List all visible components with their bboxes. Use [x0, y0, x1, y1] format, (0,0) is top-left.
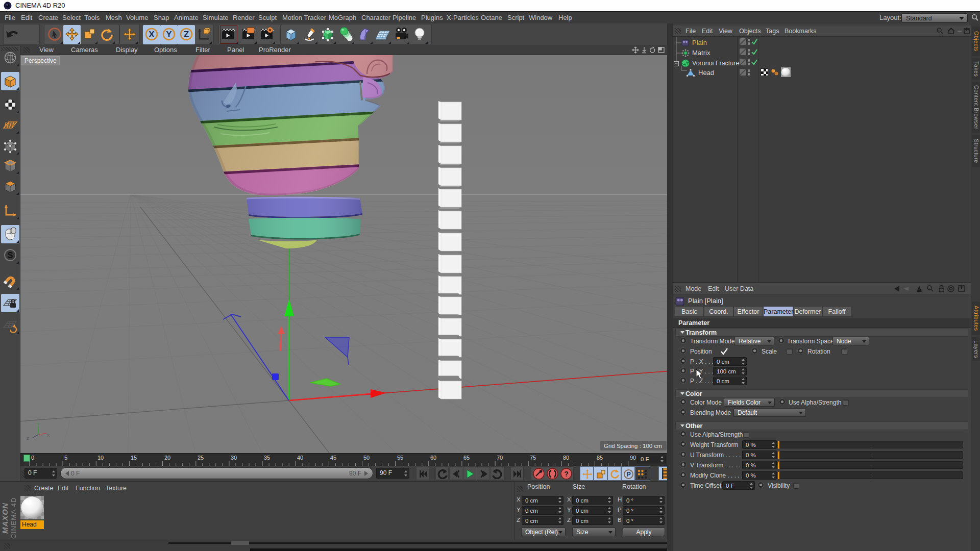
- svg-text:80: 80: [563, 455, 569, 461]
- svg-text:0: 0: [31, 455, 34, 461]
- svg-text:55: 55: [397, 455, 403, 461]
- svg-text:Z: Z: [27, 436, 29, 441]
- svg-text:60: 60: [430, 455, 436, 461]
- svg-text:?: ?: [564, 470, 569, 478]
- svg-text:Y: Y: [166, 30, 172, 39]
- svg-text:50: 50: [363, 455, 370, 461]
- svg-text:X: X: [149, 30, 155, 39]
- svg-text:X: X: [47, 433, 50, 438]
- svg-text:5: 5: [64, 455, 67, 461]
- svg-text:10: 10: [97, 455, 104, 461]
- svg-text:40: 40: [297, 455, 303, 461]
- svg-text:65: 65: [463, 455, 470, 461]
- svg-text:75: 75: [530, 455, 536, 461]
- svg-text:45: 45: [330, 455, 336, 461]
- svg-text:20: 20: [164, 455, 170, 461]
- svg-text:15: 15: [131, 455, 137, 461]
- svg-text:35: 35: [264, 455, 270, 461]
- svg-text:Grid Spacing : 100 cm: Grid Spacing : 100 cm: [604, 443, 662, 449]
- svg-text:Y: Y: [37, 422, 40, 427]
- svg-text:90: 90: [630, 455, 636, 461]
- svg-text:P: P: [626, 470, 631, 478]
- svg-text:70: 70: [497, 455, 503, 461]
- svg-text:S: S: [8, 251, 13, 260]
- svg-text:85: 85: [597, 455, 603, 461]
- svg-text:Z: Z: [184, 30, 189, 39]
- svg-text:25: 25: [198, 455, 204, 461]
- svg-text:30: 30: [231, 455, 237, 461]
